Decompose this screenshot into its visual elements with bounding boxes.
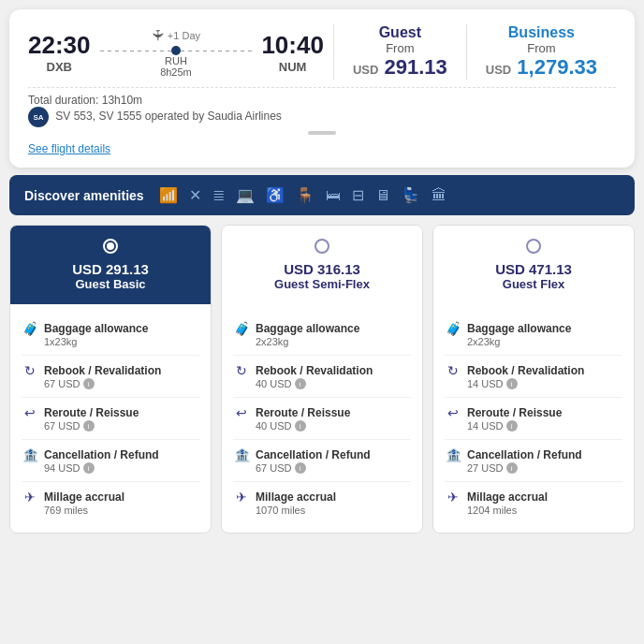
saudia-logo: SA — [28, 107, 49, 127]
fare-card-flex[interactable]: USD 471.13 Guest Flex 🧳 Baggage allowanc… — [432, 225, 635, 534]
fare-feature-2: ↩ Reroute / Reissue 67 USD i — [22, 398, 199, 440]
fare-feature-1: ↻ Rebook / Revalidation 40 USD i — [233, 356, 411, 398]
feature-row-2: ↩ Reroute / Reissue — [233, 405, 411, 420]
feature-row-2: ↩ Reroute / Reissue — [445, 405, 622, 420]
scroll-indicator — [28, 131, 616, 135]
fare-radio-basic[interactable] — [103, 239, 118, 254]
feature-icon-3: 🏦 — [22, 447, 38, 462]
amenities-bar: Discover amenities 📶 ✕ ≣ 💻 ♿ 🪑 🛏 ⊟ 🖥 💺 🏛 — [9, 175, 635, 215]
arrive-airport: NUM — [261, 60, 324, 74]
business-amount: USD 1,279.33 — [486, 55, 597, 80]
business-label: Business — [486, 24, 597, 41]
fare-radio-flex[interactable] — [526, 239, 541, 254]
info-icon: i — [295, 462, 306, 474]
see-flight-details-link[interactable]: See flight details — [28, 142, 110, 155]
feature-icon-4: ✈ — [22, 490, 38, 505]
feature-row-2: ↩ Reroute / Reissue — [22, 405, 199, 420]
arrive-time: 10:40 — [261, 31, 324, 60]
feature-value-3: 94 USD i — [44, 462, 199, 474]
flight-route: 22:30 DXB ✈ +1 Day RUH 8h25m 10:40 NUM — [28, 24, 616, 80]
feature-icon-2: ↩ — [22, 405, 38, 420]
flight-info: Total duration: 13h10m SA SV 553, SV 155… — [28, 87, 616, 127]
fare-feature-3: 🏦 Cancellation / Refund 67 USD i — [233, 440, 411, 482]
feature-name-1: Rebook / Revalidation — [467, 364, 584, 377]
guest-currency: USD — [353, 63, 378, 77]
feature-row-4: ✈ Millage accrual — [22, 490, 199, 505]
feature-value-2: 67 USD i — [44, 420, 199, 432]
feature-value-0: 2x23kg — [256, 336, 411, 347]
feature-icon-4: ✈ — [233, 490, 250, 505]
feature-value-4: 1070 miles — [256, 505, 411, 516]
plus-day: +1 Day — [168, 30, 200, 41]
feature-name-0: Baggage allowance — [44, 322, 148, 335]
fare-header-basic[interactable]: USD 291.13 Guest Basic — [10, 226, 211, 304]
total-duration: Total duration: 13h10m — [28, 94, 616, 107]
fare-feature-2: ↩ Reroute / Reissue 14 USD i — [445, 398, 622, 440]
no-meal-icon: ✕ — [189, 186, 201, 204]
scroll-dot — [308, 131, 336, 135]
feature-name-0: Baggage allowance — [256, 322, 359, 335]
fare-feature-4: ✈ Millage accrual 769 miles — [22, 482, 199, 523]
feature-icon-2: ↩ — [233, 405, 250, 420]
stop-dot — [171, 46, 181, 55]
bed-icon: 🛏 — [326, 187, 341, 204]
feature-value-3: 67 USD i — [256, 462, 411, 474]
flight-stop: RUH 8h25m — [160, 55, 192, 78]
feature-row-0: 🧳 Baggage allowance — [22, 321, 199, 336]
feature-icon-1: ↻ — [445, 363, 461, 378]
fare-name-semi-flex: Guest Semi-Flex — [231, 277, 413, 291]
fare-header-flex[interactable]: USD 471.13 Guest Flex — [433, 226, 634, 304]
plane-icon: ✈ — [149, 29, 167, 41]
fare-cards: USD 291.13 Guest Basic 🧳 Baggage allowan… — [9, 225, 635, 534]
fare-price-flex: USD 471.13 — [443, 261, 624, 277]
entertainment-icon: 💻 — [236, 186, 255, 204]
seat2-icon: 🪑 — [296, 186, 315, 204]
line-dash-right — [181, 51, 252, 51]
feature-name-3: Cancellation / Refund — [467, 448, 582, 461]
feature-icon-0: 🧳 — [233, 321, 250, 336]
fare-body-flex: 🧳 Baggage allowance 2x23kg ↻ Rebook / Re… — [433, 304, 634, 533]
fare-price-basic: USD 291.13 — [20, 261, 201, 277]
feature-name-1: Rebook / Revalidation — [44, 364, 161, 377]
guest-amount: USD 291.13 — [353, 55, 447, 80]
info-icon: i — [506, 420, 518, 432]
fare-name-basic: Guest Basic — [20, 277, 201, 291]
feature-row-1: ↻ Rebook / Revalidation — [233, 363, 411, 378]
info-icon: i — [295, 420, 306, 432]
feature-name-4: Millage accrual — [44, 490, 124, 504]
route-middle: ✈ +1 Day RUH 8h25m — [91, 26, 262, 78]
feature-value-1: 14 USD i — [467, 378, 622, 389]
feature-icon-0: 🧳 — [22, 321, 38, 336]
feature-icon-0: 🧳 — [445, 321, 461, 336]
feature-icon-4: ✈ — [445, 490, 461, 505]
fare-card-semi-flex[interactable]: USD 316.13 Guest Semi-Flex 🧳 Baggage all… — [221, 225, 423, 534]
fare-card-basic[interactable]: USD 291.13 Guest Basic 🧳 Baggage allowan… — [9, 225, 212, 534]
facility-icon: 🏛 — [432, 187, 446, 204]
feature-row-0: 🧳 Baggage allowance — [233, 321, 411, 336]
operated-by: SA SV 553, SV 1555 operated by Saudia Ai… — [28, 107, 616, 127]
fare-feature-2: ↩ Reroute / Reissue 40 USD i — [233, 398, 411, 440]
info-icon: i — [83, 420, 95, 432]
business-from: From — [486, 41, 597, 55]
feature-icon-2: ↩ — [445, 405, 461, 420]
feature-row-1: ↻ Rebook / Revalidation — [445, 363, 622, 378]
info-icon: i — [83, 378, 95, 389]
feature-row-3: 🏦 Cancellation / Refund — [22, 447, 199, 462]
fare-feature-0: 🧳 Baggage allowance 2x23kg — [445, 314, 622, 356]
info-icon: i — [506, 462, 518, 474]
feature-name-2: Reroute / Reissue — [467, 406, 562, 419]
feature-name-0: Baggage allowance — [467, 322, 571, 335]
feature-value-0: 2x23kg — [467, 336, 622, 347]
fare-price-semi-flex: USD 316.13 — [231, 261, 413, 277]
business-price-value: 1,279.33 — [517, 55, 597, 79]
fare-header-semi-flex[interactable]: USD 316.13 Guest Semi-Flex — [222, 226, 422, 304]
feature-value-0: 1x23kg — [44, 336, 199, 347]
feature-name-3: Cancellation / Refund — [44, 448, 159, 461]
fare-radio-semi-flex[interactable] — [315, 239, 329, 254]
feature-row-3: 🏦 Cancellation / Refund — [233, 447, 411, 462]
fare-body-semi-flex: 🧳 Baggage allowance 2x23kg ↻ Rebook / Re… — [222, 304, 422, 533]
amenities-label: Discover amenities — [24, 188, 144, 203]
arrive-block: 10:40 NUM — [261, 31, 324, 74]
feature-icon-1: ↻ — [233, 363, 250, 378]
wifi-icon: 📶 — [159, 186, 178, 204]
